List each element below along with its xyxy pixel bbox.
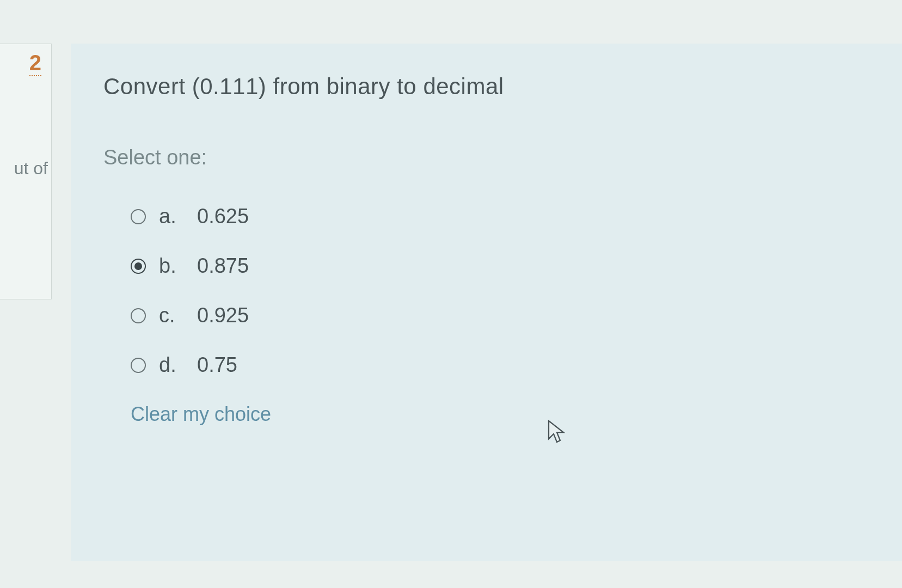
option-value: 0.875	[197, 254, 249, 278]
option-letter: b.	[159, 254, 187, 278]
clear-choice-link[interactable]: Clear my choice	[103, 403, 869, 426]
answer-options: a. 0.625 b. 0.875 c. 0.925 d. 0.75	[103, 205, 869, 377]
option-letter: d.	[159, 353, 187, 377]
option-letter: a.	[159, 205, 187, 228]
option-letter: c.	[159, 304, 187, 327]
question-number: 2	[29, 51, 41, 76]
option-a[interactable]: a. 0.625	[131, 205, 869, 228]
radio-b[interactable]	[131, 259, 146, 274]
cursor-icon	[547, 419, 567, 445]
question-panel: Convert (0.111) from binary to decimal S…	[71, 44, 902, 561]
option-value: 0.75	[197, 353, 237, 377]
question-info-sidebar: 2 ut of	[0, 44, 52, 299]
marks-label-fragment: ut of	[14, 158, 48, 179]
option-value: 0.625	[197, 205, 249, 228]
option-c[interactable]: c. 0.925	[131, 304, 869, 327]
option-d[interactable]: d. 0.75	[131, 353, 869, 377]
radio-d[interactable]	[131, 358, 146, 373]
select-one-prompt: Select one:	[103, 146, 869, 169]
option-b[interactable]: b. 0.875	[131, 254, 869, 278]
option-value: 0.925	[197, 304, 249, 327]
radio-c[interactable]	[131, 308, 146, 323]
question-text: Convert (0.111) from binary to decimal	[103, 74, 869, 100]
radio-a[interactable]	[131, 209, 146, 224]
